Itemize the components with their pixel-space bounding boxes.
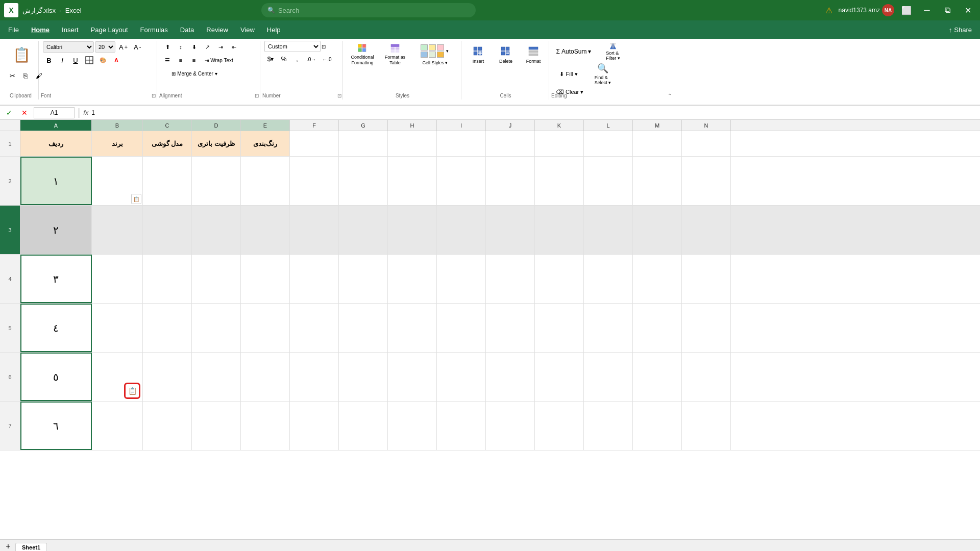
cell-n7[interactable]	[682, 402, 731, 450]
menu-help[interactable]: Help	[261, 22, 287, 37]
font-size-select[interactable]: 20	[95, 41, 115, 53]
cell-a3[interactable]: ۲	[20, 206, 92, 254]
format-btn[interactable]: Format	[521, 41, 546, 68]
row-num-6[interactable]: 6	[0, 353, 20, 401]
increase-font-btn[interactable]: A+	[116, 41, 130, 53]
autosum-btn[interactable]: Σ AutoSum ▾	[553, 45, 594, 58]
conditional-formatting-btn[interactable]: ConditionalFormatting	[347, 41, 378, 68]
cell-a1[interactable]: ردیف	[20, 131, 92, 156]
cell-b4[interactable]	[92, 255, 143, 303]
insert-btn[interactable]: Insert	[465, 41, 491, 68]
share-btn[interactable]: ↑ Share	[943, 22, 978, 37]
cell-j7[interactable]	[486, 402, 535, 450]
row-num-7[interactable]: 7	[0, 402, 20, 450]
cell-m7[interactable]	[633, 402, 682, 450]
cell-b5[interactable]	[92, 304, 143, 352]
name-box[interactable]: A1	[34, 107, 75, 118]
cell-e2[interactable]	[241, 157, 290, 205]
row-num-header[interactable]: 1	[0, 131, 20, 156]
paste-icon-b2[interactable]: 📋	[131, 194, 141, 204]
font-family-select[interactable]: Calibri	[43, 41, 94, 53]
font-color-btn[interactable]: A	[110, 54, 122, 66]
cell-c3[interactable]	[143, 206, 192, 254]
cell-a6[interactable]: ٥	[20, 353, 92, 401]
cell-h3[interactable]	[388, 206, 437, 254]
cell-j3[interactable]	[486, 206, 535, 254]
cell-d6[interactable]	[192, 353, 241, 401]
cell-l2[interactable]	[584, 157, 633, 205]
corner-cell[interactable]	[0, 120, 20, 131]
col-header-m[interactable]: M	[633, 120, 682, 131]
cell-d5[interactable]	[192, 304, 241, 352]
menu-formulas[interactable]: Formulas	[134, 22, 174, 37]
menu-review[interactable]: Review	[200, 22, 234, 37]
fill-color-btn[interactable]: 🎨	[97, 54, 109, 66]
cell-m5[interactable]	[633, 304, 682, 352]
cell-k3[interactable]	[535, 206, 584, 254]
cell-e4[interactable]	[241, 255, 290, 303]
indent-increase-btn[interactable]: ⇥	[214, 41, 227, 53]
col-header-j[interactable]: J	[486, 120, 535, 131]
cell-f3[interactable]	[290, 206, 339, 254]
minimize-btn[interactable]: ─	[919, 3, 935, 17]
menu-page-layout[interactable]: Page Layout	[85, 22, 134, 37]
cell-d4[interactable]	[192, 255, 241, 303]
cell-i3[interactable]	[437, 206, 486, 254]
paste-btn[interactable]: 📋	[6, 41, 37, 68]
find-select-btn[interactable]: 🔍 Find &Select ▾	[585, 63, 621, 85]
cell-i7[interactable]	[437, 402, 486, 450]
inc-decimals-btn[interactable]: .0→	[304, 53, 318, 65]
cell-h2[interactable]	[388, 157, 437, 205]
cell-c7[interactable]	[143, 402, 192, 450]
col-header-k[interactable]: K	[535, 120, 584, 131]
cell-j6[interactable]	[486, 353, 535, 401]
cell-j5[interactable]	[486, 304, 535, 352]
number-format-select[interactable]: Custom	[264, 41, 321, 52]
cell-g6[interactable]	[339, 353, 388, 401]
row-num-2[interactable]: 2	[0, 157, 20, 205]
comma-btn[interactable]: ,	[291, 53, 303, 65]
cut-btn[interactable]: ✂	[6, 69, 18, 82]
cell-a2[interactable]: ۱	[20, 157, 92, 205]
format-as-table-btn[interactable]: Format asTable	[380, 41, 410, 68]
percent-btn[interactable]: %	[278, 53, 290, 65]
add-sheet-btn[interactable]: +	[2, 541, 14, 551]
copy-btn[interactable]: ⎘	[19, 69, 32, 82]
col-header-f[interactable]: F	[290, 120, 339, 131]
menu-view[interactable]: View	[234, 22, 261, 37]
cell-n1[interactable]	[682, 131, 731, 156]
cell-l3[interactable]	[584, 206, 633, 254]
search-bar[interactable]: 🔍	[261, 3, 476, 17]
cell-i2[interactable]	[437, 157, 486, 205]
delete-btn[interactable]: Delete	[493, 41, 519, 68]
cell-e5[interactable]	[241, 304, 290, 352]
cell-g3[interactable]	[339, 206, 388, 254]
paste-icon-circled-b6[interactable]: 📋	[124, 383, 140, 399]
bold-btn[interactable]: B	[43, 54, 55, 66]
fill-btn[interactable]: ⬇ Fill ▾	[553, 68, 584, 80]
align-center-btn[interactable]: ≡	[175, 54, 187, 66]
row-num-4[interactable]: 4	[0, 255, 20, 303]
cell-m3[interactable]	[633, 206, 682, 254]
number-expand-icon[interactable]: ⊡	[337, 93, 341, 98]
align-left-btn[interactable]: ☰	[161, 54, 174, 66]
cell-e7[interactable]	[241, 402, 290, 450]
border-btn[interactable]	[83, 54, 96, 66]
sheet-tab-sheet1[interactable]: Sheet1	[15, 543, 47, 551]
cell-h4[interactable]	[388, 255, 437, 303]
col-header-c[interactable]: C	[143, 120, 192, 131]
decrease-font-btn[interactable]: A-	[131, 41, 143, 53]
cell-l6[interactable]	[584, 353, 633, 401]
cell-h5[interactable]	[388, 304, 437, 352]
cell-h6[interactable]	[388, 353, 437, 401]
cell-g1[interactable]	[339, 131, 388, 156]
row-num-5[interactable]: 5	[0, 304, 20, 352]
cell-j2[interactable]	[486, 157, 535, 205]
wrap-text-btn[interactable]: ⇥ Wrap Text	[201, 54, 237, 66]
editing-collapse-icon[interactable]: ⌃	[668, 93, 672, 98]
cell-c1[interactable]: مدل گوشی	[143, 131, 192, 156]
cell-a5[interactable]: ٤	[20, 304, 92, 352]
italic-btn[interactable]: I	[56, 54, 68, 66]
col-header-a[interactable]: A	[20, 120, 92, 131]
cell-n6[interactable]	[682, 353, 731, 401]
